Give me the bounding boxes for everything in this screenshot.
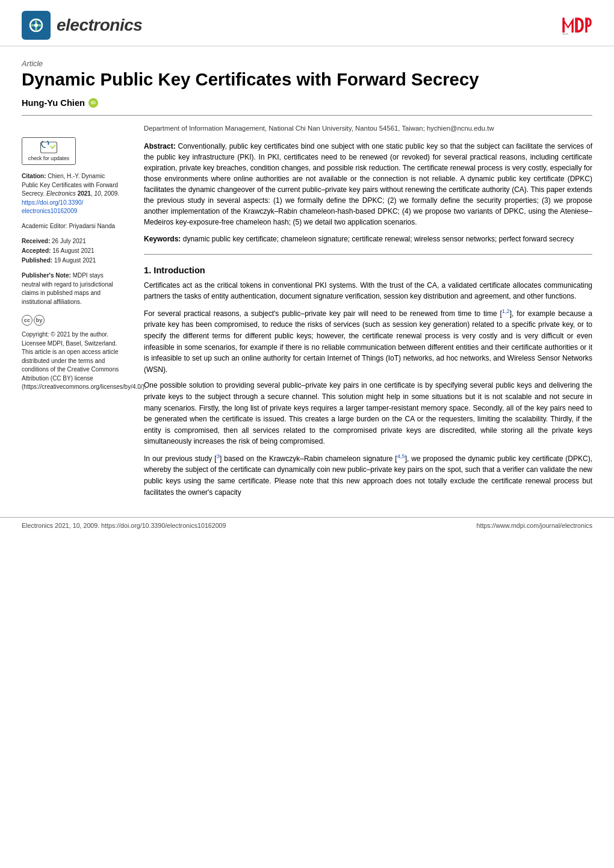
published-line: Published: 19 August 2021 xyxy=(22,256,122,265)
svg-rect-6 xyxy=(575,17,577,33)
publisher-note-label: Publisher's Note: xyxy=(22,272,71,279)
svg-marker-10 xyxy=(48,142,49,145)
ref1: 1,2 xyxy=(502,308,510,314)
footer-left: Electronics 2021, 10, 2009. https://doi.… xyxy=(22,522,226,529)
footer-right: https://www.mdpi.com/journal/electronics xyxy=(477,522,592,529)
title-divider xyxy=(22,115,592,116)
svg-text:MDPI: MDPI xyxy=(563,33,569,36)
copyright-text: Copyright: © 2021 by the author. License… xyxy=(22,331,146,390)
by-circle-icon: by xyxy=(34,315,45,326)
svg-point-2 xyxy=(34,23,38,27)
received-line: Received: 26 July 2021 xyxy=(22,237,122,246)
keywords-label: Keywords: xyxy=(144,235,181,243)
intro-para3: One possible solution to providing sever… xyxy=(144,380,592,447)
abstract-text: Conventionally, public key certificates … xyxy=(144,142,592,226)
check-updates-box: check for updates xyxy=(22,137,76,165)
affiliation-block: Department of Information Management, Na… xyxy=(144,124,592,134)
electronics-logo-icon xyxy=(22,11,51,40)
check-updates-icon xyxy=(40,141,58,154)
published-date: 19 August 2021 xyxy=(54,257,96,264)
editor-name: Priyadarsi Nanda xyxy=(69,223,115,229)
keywords-block: Keywords: dynamic public key certificate… xyxy=(144,234,592,244)
paper-title: Dynamic Public Key Certificates with For… xyxy=(22,69,592,90)
abstract-block: Abstract: Conventionally, public key cer… xyxy=(144,141,592,228)
main-content: Department of Information Management, Na… xyxy=(133,124,592,503)
author-line: Hung-Yu Chien ID xyxy=(22,98,592,108)
accepted-date: 16 August 2021 xyxy=(52,247,95,254)
header: electronics MDPI xyxy=(0,0,614,46)
two-col-layout: check for updates Citation: Chien, H.-Y.… xyxy=(0,124,614,503)
svg-rect-7 xyxy=(585,17,587,33)
check-updates-text: check for updates xyxy=(28,155,69,161)
header-left: electronics xyxy=(22,11,142,40)
cc-block: cc by xyxy=(22,315,122,326)
ref3: 3 xyxy=(217,453,220,459)
intro-para2: For several practical reasons, a subject… xyxy=(144,307,592,376)
keywords-text: dynamic public key certificate; chameleo… xyxy=(183,235,574,243)
citation-block: Citation: Chien, H.-Y. Dynamic Public Ke… xyxy=(22,172,122,216)
accepted-label: Accepted: xyxy=(22,247,51,254)
section-1-title: Introduction xyxy=(154,265,205,275)
abstract-divider xyxy=(144,254,592,255)
section-1-heading: 1. Introduction xyxy=(144,265,592,275)
footer: Electronics 2021, 10, 2009. https://doi.… xyxy=(0,517,614,533)
abstract-label: Abstract: xyxy=(144,142,176,150)
editor-block: Academic Editor: Priyadarsi Nanda xyxy=(22,222,122,231)
orcid-icon: ID xyxy=(88,98,98,108)
ref4-5: 4,5 xyxy=(397,453,405,459)
cc-icons: cc by xyxy=(22,315,46,326)
intro-para1: Certificates act as the critical tokens … xyxy=(144,280,592,302)
received-date: 26 July 2021 xyxy=(52,238,86,244)
author-name: Hung-Yu Chien xyxy=(22,98,85,108)
citation-doi-link[interactable]: https://doi.org/10.3390/electronics10162… xyxy=(22,199,83,215)
sidebar: check for updates Citation: Chien, H.-Y.… xyxy=(22,124,133,503)
accepted-line: Accepted: 16 August 2021 xyxy=(22,246,122,256)
check-updates-badge: check for updates xyxy=(22,137,76,165)
dates-block: Received: 26 July 2021 Accepted: 16 Augu… xyxy=(22,237,122,265)
publisher-note: Publisher's Note: MDPI stays neutral wit… xyxy=(22,271,122,306)
journal-title: electronics xyxy=(57,16,142,35)
editor-label: Academic Editor: xyxy=(22,223,67,229)
published-label: Published: xyxy=(22,257,52,264)
article-header: Article Dynamic Public Key Certificates … xyxy=(0,60,614,116)
mdpi-logo-icon: MDPI xyxy=(561,14,592,36)
intro-para4: In our previous study [3] based on the K… xyxy=(144,452,592,498)
cc-circle-icon: cc xyxy=(22,315,33,326)
copyright-block: Copyright: © 2021 by the author. License… xyxy=(22,330,122,392)
received-label: Received: xyxy=(22,238,50,244)
page: electronics MDPI Article Dynamic Public … xyxy=(0,0,614,868)
section-1-number: 1. xyxy=(144,265,151,275)
citation-label: Citation: xyxy=(22,173,46,179)
article-type-label: Article xyxy=(22,60,592,68)
